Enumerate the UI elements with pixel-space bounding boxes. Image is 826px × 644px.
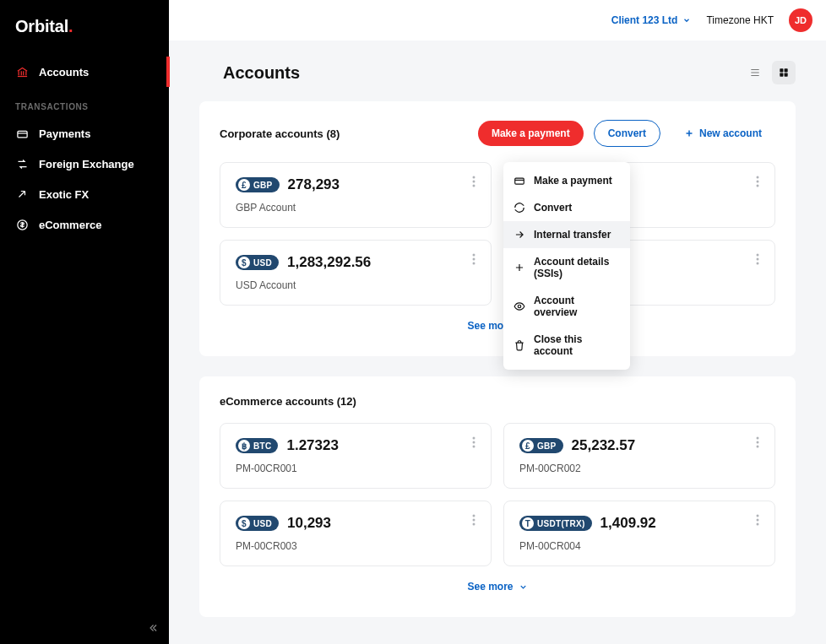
menu-internal-transfer[interactable]: Internal transfer bbox=[503, 221, 630, 248]
svg-rect-2 bbox=[780, 68, 783, 72]
view-toggle bbox=[743, 61, 796, 84]
account-card[interactable]: $ USD 10,293 PM-00CR003 bbox=[220, 501, 492, 566]
nav-payments-label: Payments bbox=[39, 127, 90, 140]
menu-account-details[interactable]: Account details (SSIs) bbox=[503, 248, 630, 287]
currency-chip: $ USD bbox=[236, 516, 279, 531]
see-more-link[interactable]: See more bbox=[467, 581, 527, 593]
bank-icon bbox=[15, 65, 29, 78]
svg-point-6 bbox=[473, 176, 475, 179]
svg-point-7 bbox=[473, 181, 475, 183]
menu-make-payment[interactable]: Make a payment bbox=[503, 167, 630, 194]
ecommerce-accounts-panel: eCommerce accounts (12) ฿ BTC 1.27323 PM… bbox=[199, 376, 796, 617]
svg-rect-4 bbox=[780, 73, 783, 77]
refresh-icon bbox=[514, 202, 525, 214]
nav-exotic-fx[interactable]: Exotic FX bbox=[0, 179, 169, 209]
currency-chip: £ GBP bbox=[519, 438, 563, 453]
corporate-panel-head: Corporate accounts (8) Make a payment Co… bbox=[220, 120, 775, 147]
page-title: Accounts bbox=[223, 63, 300, 83]
currency-chip-symbol: $ bbox=[238, 257, 250, 268]
corporate-see-more: See more bbox=[220, 317, 775, 333]
eye-icon bbox=[514, 300, 525, 312]
nav-payments[interactable]: Payments bbox=[0, 118, 169, 149]
nav-section-transactions: TRANSACTIONS bbox=[0, 87, 169, 118]
account-balance: 1,409.92 bbox=[600, 515, 656, 532]
svg-point-14 bbox=[473, 262, 475, 265]
account-card[interactable]: ฿ BTC 1.27323 PM-00CR001 bbox=[220, 423, 492, 489]
currency-chip-symbol: £ bbox=[238, 179, 250, 191]
wallet-icon bbox=[15, 127, 29, 140]
wallet-icon bbox=[514, 175, 525, 187]
currency-chip: ฿ BTC bbox=[236, 438, 278, 453]
avatar[interactable]: JD bbox=[789, 8, 812, 32]
plus-icon bbox=[514, 262, 525, 273]
nav-accounts-label: Accounts bbox=[39, 66, 89, 78]
currency-chip-code: GBP bbox=[253, 181, 273, 190]
card-menu-button[interactable] bbox=[464, 432, 484, 452]
account-card[interactable]: £ GBP 278,293 GBP Account bbox=[220, 162, 492, 228]
account-name: PM-00CR003 bbox=[236, 540, 475, 552]
svg-point-15 bbox=[757, 254, 759, 257]
account-balance: 1.27323 bbox=[286, 437, 338, 454]
currency-chip: £ GBP bbox=[236, 177, 280, 192]
menu-close-account[interactable]: Close this account bbox=[503, 326, 630, 365]
new-account-button[interactable]: New account bbox=[671, 121, 775, 146]
nav-fx-label: Foreign Exchange bbox=[39, 158, 134, 170]
svg-point-29 bbox=[757, 515, 759, 517]
content: Accounts Corporate accounts (8) Make a p… bbox=[169, 41, 826, 644]
currency-chip-code: BTC bbox=[253, 441, 271, 451]
svg-point-30 bbox=[757, 519, 759, 522]
nav-ecommerce[interactable]: eCommerce bbox=[0, 209, 169, 240]
timezone-label: Timezone HKT bbox=[706, 14, 774, 26]
svg-rect-18 bbox=[515, 178, 524, 184]
view-list-button[interactable] bbox=[743, 61, 767, 84]
make-payment-button[interactable]: Make a payment bbox=[478, 121, 584, 146]
avatar-initials: JD bbox=[795, 15, 807, 25]
svg-rect-0 bbox=[17, 131, 26, 138]
chevron-down-icon bbox=[519, 582, 528, 592]
account-card[interactable]: £ GBP 25,232.57 PM-00CR002 bbox=[503, 423, 775, 489]
convert-button[interactable]: Convert bbox=[594, 120, 660, 147]
card-menu-button[interactable] bbox=[747, 432, 768, 452]
svg-point-27 bbox=[473, 519, 475, 522]
menu-label: Account overview bbox=[534, 295, 620, 318]
card-menu-button[interactable] bbox=[464, 510, 484, 530]
account-name: GBP Account bbox=[236, 202, 475, 214]
nav-accounts[interactable]: Accounts bbox=[0, 57, 169, 87]
menu-convert[interactable]: Convert bbox=[503, 194, 630, 221]
svg-point-11 bbox=[757, 185, 759, 187]
dollar-circle-icon bbox=[15, 218, 29, 231]
svg-point-22 bbox=[473, 446, 475, 448]
card-menu-button[interactable] bbox=[464, 249, 484, 269]
corporate-panel-actions: Make a payment Convert New account bbox=[478, 120, 775, 147]
account-name: PM-00CR002 bbox=[519, 463, 759, 474]
topbar: Client 123 Ltd Timezone HKT JD bbox=[169, 0, 826, 41]
account-balance: 278,293 bbox=[288, 176, 340, 193]
card-menu-button[interactable] bbox=[464, 171, 484, 192]
new-account-label: New account bbox=[699, 127, 762, 139]
account-card[interactable]: T USDT(TRX) 1,409.92 PM-00CR004 bbox=[503, 501, 775, 566]
client-switcher[interactable]: Client 123 Ltd bbox=[611, 14, 692, 26]
currency-chip-code: USD bbox=[253, 258, 272, 268]
svg-rect-3 bbox=[785, 68, 788, 72]
sidebar-collapse-button[interactable] bbox=[147, 622, 159, 634]
svg-point-10 bbox=[757, 181, 759, 183]
currency-chip-symbol: £ bbox=[522, 440, 534, 452]
main: Client 123 Ltd Timezone HKT JD Accounts bbox=[169, 0, 826, 644]
account-balance: 1,283,292.56 bbox=[287, 254, 371, 271]
nav-ecom-label: eCommerce bbox=[39, 219, 101, 231]
card-menu-button[interactable] bbox=[747, 249, 768, 269]
card-menu-button[interactable] bbox=[747, 171, 768, 192]
brand-name: Orbital bbox=[15, 17, 68, 35]
arrow-right-icon bbox=[514, 229, 525, 241]
menu-account-overview[interactable]: Account overview bbox=[503, 287, 630, 326]
nav-fx[interactable]: Foreign Exchange bbox=[0, 149, 169, 179]
svg-point-19 bbox=[518, 305, 521, 308]
currency-chip-code: USD bbox=[253, 519, 272, 528]
brand-dot: . bbox=[68, 17, 73, 35]
view-grid-button[interactable] bbox=[772, 61, 796, 84]
client-name: Client 123 Ltd bbox=[611, 14, 678, 26]
svg-point-17 bbox=[757, 262, 759, 265]
svg-point-31 bbox=[757, 523, 759, 526]
card-menu-button[interactable] bbox=[747, 510, 768, 530]
account-card[interactable]: $ USD 1,283,292.56 USD Account bbox=[220, 240, 492, 306]
